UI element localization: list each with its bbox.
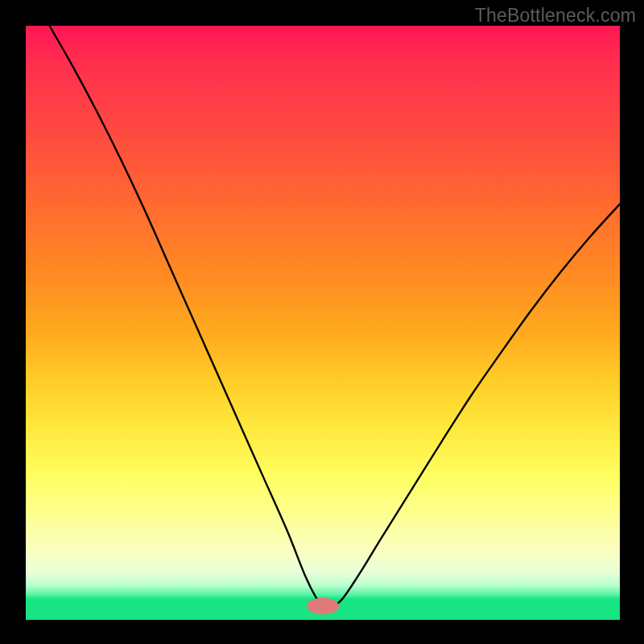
plot-area (26, 26, 620, 620)
minimum-marker (307, 598, 339, 615)
chart-frame: TheBottleneck.com (0, 0, 644, 644)
bottleneck-curve (50, 26, 620, 607)
watermark-text: TheBottleneck.com (475, 5, 636, 27)
chart-svg (26, 26, 620, 620)
